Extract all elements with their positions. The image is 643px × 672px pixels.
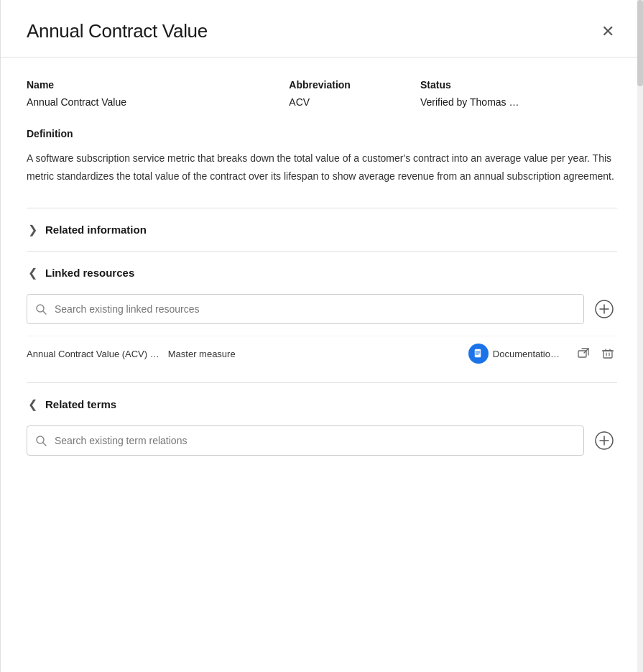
- search-icon-terms: [35, 435, 47, 446]
- related-information-header[interactable]: ❯ Related information: [27, 220, 617, 239]
- abbreviation-value: ACV: [289, 96, 420, 108]
- resource-doc-name: Documentatio…: [493, 349, 560, 359]
- related-terms-search-input[interactable]: [27, 425, 584, 456]
- panel: Annual Contract Value ✕ Name Annual Cont…: [0, 0, 643, 672]
- linked-resources-title: Linked resources: [45, 267, 134, 279]
- add-linked-resource-button[interactable]: [591, 296, 617, 322]
- new-tab-button[interactable]: [574, 344, 593, 363]
- linked-resource-item: Annual Contract Value (ACV) … Master mea…: [27, 336, 617, 371]
- chevron-down-icon-terms: ❮: [27, 397, 38, 411]
- linked-resources-search-wrapper: [27, 294, 584, 324]
- field-name: Name Annual Contract Value: [27, 79, 289, 108]
- linked-resources-body: Annual Contract Value (ACV) … Master mea…: [27, 294, 617, 371]
- fields-row: Name Annual Contract Value Abbreviation …: [27, 79, 617, 108]
- linked-resources-header[interactable]: ❮ Linked resources: [27, 263, 617, 282]
- definition-section: Definition A software subscription servi…: [27, 128, 617, 185]
- definition-text: A software subscription service metric t…: [27, 149, 617, 185]
- resource-name: Annual Contract Value (ACV) …: [27, 349, 159, 359]
- add-circle-icon: [594, 299, 614, 319]
- linked-resources-search-row: [27, 294, 617, 324]
- resource-doc: Documentatio…: [468, 344, 560, 364]
- svg-line-1: [43, 311, 46, 314]
- panel-header: Annual Contract Value ✕: [1, 0, 643, 57]
- resource-doc-icon: [468, 344, 489, 364]
- related-terms-header[interactable]: ❮ Related terms: [27, 395, 617, 414]
- field-status: Status Verified by Thomas …: [420, 79, 617, 108]
- related-terms-body: [27, 425, 617, 456]
- name-label: Name: [27, 79, 289, 91]
- status-value: Verified by Thomas …: [420, 96, 617, 108]
- name-value: Annual Contract Value: [27, 96, 289, 108]
- resource-type: Master measure: [168, 349, 236, 359]
- delete-button[interactable]: [598, 344, 617, 363]
- field-abbreviation: Abbreviation ACV: [289, 79, 420, 108]
- status-label: Status: [420, 79, 617, 91]
- svg-rect-8: [603, 351, 612, 358]
- chevron-right-icon: ❯: [27, 223, 38, 236]
- linked-resources-section: ❮ Linked resources: [27, 251, 617, 382]
- scrollbar[interactable]: [637, 0, 643, 672]
- linked-resources-search-input[interactable]: [27, 294, 584, 324]
- related-information-section: ❯ Related information: [27, 208, 617, 251]
- add-term-relation-button[interactable]: [591, 428, 617, 454]
- add-circle-icon-terms: [594, 431, 614, 451]
- resource-actions: [574, 344, 617, 363]
- close-button[interactable]: ✕: [598, 21, 617, 42]
- svg-line-16: [43, 443, 46, 446]
- panel-content: Name Annual Contract Value Abbreviation …: [1, 57, 643, 500]
- definition-label: Definition: [27, 128, 617, 139]
- related-terms-section: ❮ Related terms: [27, 382, 617, 479]
- related-terms-search-wrapper: [27, 425, 584, 456]
- related-terms-title: Related terms: [45, 398, 116, 410]
- panel-title: Annual Contract Value: [27, 20, 208, 42]
- chevron-down-icon: ❮: [27, 266, 38, 280]
- related-information-title: Related information: [45, 224, 147, 236]
- scrollbar-thumb[interactable]: [637, 0, 643, 86]
- close-icon: ✕: [601, 24, 614, 40]
- related-terms-search-row: [27, 425, 617, 456]
- search-icon: [35, 303, 47, 315]
- abbreviation-label: Abbreviation: [289, 79, 420, 91]
